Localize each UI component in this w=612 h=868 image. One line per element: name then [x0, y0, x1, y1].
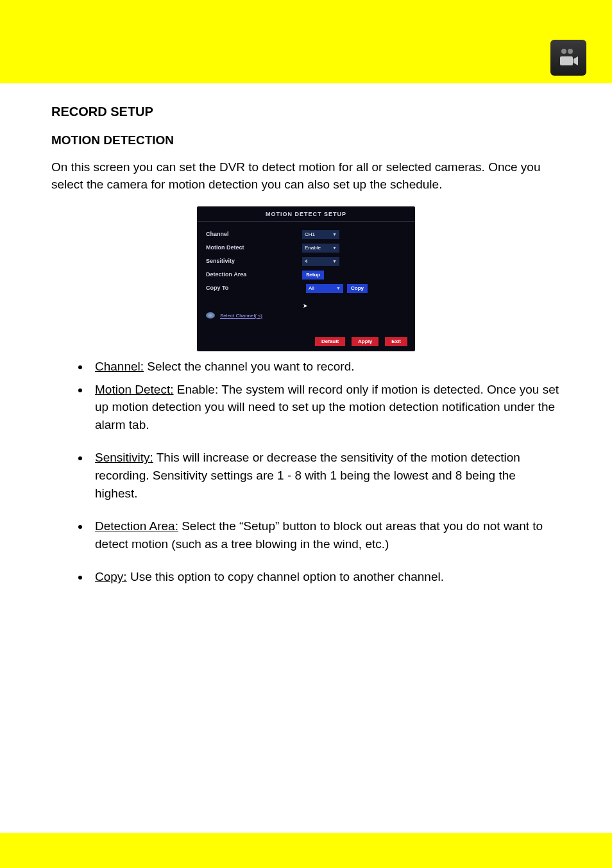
text-copy: Use this option to copy channel option t…: [127, 570, 444, 583]
list-item: Channel: Select the channel you want to …: [90, 358, 561, 376]
svg-point-0: [561, 49, 566, 54]
text-sensitivity: This will increase or decrease the sensi…: [95, 451, 520, 499]
dvr-button-exit[interactable]: Exit: [385, 337, 407, 346]
dvr-label-sensitivity: Sensitivity: [206, 257, 302, 265]
section-heading: RECORD SETUP: [51, 103, 561, 121]
dvr-select-copyto-value: All: [309, 285, 314, 292]
dvr-footer: Default Apply Exit: [197, 335, 415, 351]
dvr-screen: MOTION DETECT SETUP Channel CH1▼ Motion …: [197, 206, 415, 352]
chevron-down-icon: ▼: [332, 258, 337, 265]
dvr-label-area: Detection Area: [206, 271, 302, 279]
list-item: Motion Detect: Enable: The system will r…: [90, 381, 561, 434]
header-bar: [0, 0, 612, 83]
term-detection-area: Detection Area:: [95, 519, 178, 533]
dvr-select-motion-value: Enable: [305, 244, 321, 252]
chevron-down-icon: ▼: [332, 231, 337, 238]
intro-paragraph: On this screen you can set the DVR to de…: [51, 158, 561, 194]
svg-point-1: [568, 49, 573, 54]
dvr-nav: Select Channel( s): [206, 312, 406, 320]
section-subheading: MOTION DETECTION: [51, 131, 561, 149]
nav-dot-icon[interactable]: [206, 312, 215, 319]
svg-marker-3: [574, 56, 578, 65]
bullet-list: Channel: Select the channel you want to …: [51, 358, 561, 585]
dvr-select-sensitivity-value: 4: [305, 258, 307, 265]
svg-rect-2: [560, 56, 573, 65]
dvr-label-channel: Channel: [206, 230, 302, 238]
dvr-label-copy: Copy To: [206, 284, 302, 292]
dvr-button-setup[interactable]: Setup: [302, 271, 324, 280]
dvr-select-sensitivity[interactable]: 4▼: [302, 257, 339, 266]
dvr-select-channel[interactable]: CH1▼: [302, 230, 339, 239]
list-item: Copy: Use this option to copy channel op…: [90, 568, 561, 586]
list-item: Detection Area: Select the “Setup” butto…: [90, 517, 561, 553]
term-sensitivity: Sensitivity:: [95, 451, 153, 464]
term-copy: Copy:: [95, 570, 127, 583]
list-item: Sensitivity: This will increase or decre…: [90, 449, 561, 502]
camera-record-icon: [550, 40, 586, 76]
dvr-button-copy[interactable]: Copy: [347, 284, 368, 293]
dvr-button-apply[interactable]: Apply: [352, 337, 378, 346]
dvr-row-copy: Copy To All▼ Copy: [206, 284, 406, 293]
dvr-label-motion: Motion Detect: [206, 244, 302, 252]
dvr-row-sensitivity: Sensitivity 4▼: [206, 257, 406, 266]
dvr-nav-link[interactable]: Select Channel( s): [220, 312, 262, 320]
chevron-down-icon: ▼: [332, 245, 337, 251]
dvr-select-channel-value: CH1: [305, 231, 315, 238]
cursor-icon: ➤: [303, 302, 308, 310]
term-channel: Channel:: [95, 360, 144, 373]
footer-bar: [0, 833, 612, 868]
dvr-row-motion: Motion Detect Enable▼: [206, 244, 406, 253]
dvr-row-channel: Channel CH1▼: [206, 230, 406, 239]
text-channel: Select the channel you want to record.: [144, 360, 354, 373]
camera-record-icon-svg: [557, 46, 580, 69]
embedded-screenshot: MOTION DETECT SETUP Channel CH1▼ Motion …: [51, 206, 561, 352]
dvr-body: Channel CH1▼ Motion Detect Enable▼ Sensi…: [197, 222, 415, 335]
page-content: RECORD SETUP MOTION DETECTION On this sc…: [0, 83, 612, 586]
dvr-title: MOTION DETECT SETUP: [197, 206, 415, 222]
dvr-select-copyto[interactable]: All▼: [306, 284, 343, 293]
dvr-row-area: Detection Area Setup: [206, 271, 406, 280]
dvr-select-motion[interactable]: Enable▼: [302, 244, 339, 253]
term-motion: Motion Detect:: [95, 383, 174, 396]
chevron-down-icon: ▼: [336, 285, 341, 292]
dvr-button-default[interactable]: Default: [315, 337, 345, 346]
